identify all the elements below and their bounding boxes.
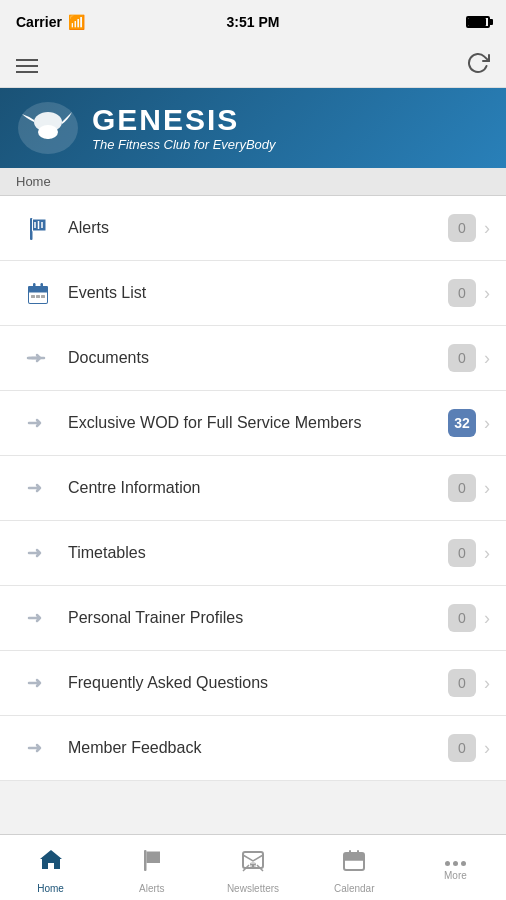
svg-rect-19 <box>144 850 147 871</box>
flag-icon <box>16 214 60 242</box>
faq-label: Frequently Asked Questions <box>60 673 448 694</box>
battery-area <box>466 16 490 28</box>
documents-label: Documents <box>60 348 448 369</box>
brand-name: GENESIS <box>92 105 276 135</box>
menu-list: Alerts 0 › Events List 0 › <box>0 196 506 781</box>
logo <box>16 100 80 156</box>
menu-item-alerts[interactable]: Alerts 0 › <box>0 196 506 261</box>
events-chevron: › <box>484 283 490 304</box>
wifi-icon: 📶 <box>68 14 85 30</box>
tab-more[interactable]: More <box>405 835 506 900</box>
carrier-wifi: Carrier 📶 <box>16 14 85 30</box>
wod-badge: 32 <box>448 409 476 437</box>
calendar-icon <box>16 279 60 307</box>
home-tab-label: Home <box>37 883 64 894</box>
svg-rect-11 <box>28 286 48 292</box>
time-display: 3:51 PM <box>227 14 280 30</box>
calendar-tab-label: Calendar <box>334 883 375 894</box>
tagline: The Fitness Club for EveryBody <box>92 137 276 152</box>
calendar-tab-icon <box>341 847 367 879</box>
svg-rect-12 <box>33 283 36 289</box>
menu-item-centre[interactable]: Centre Information 0 › <box>0 456 506 521</box>
events-badge: 0 <box>448 279 476 307</box>
tab-newsletters[interactable]: Newsletters <box>202 835 303 900</box>
newsletters-tab-label: Newsletters <box>227 883 279 894</box>
alerts-chevron: › <box>484 218 490 239</box>
svg-rect-15 <box>31 295 35 298</box>
svg-rect-13 <box>41 283 44 289</box>
timetables-icon <box>16 539 60 567</box>
alerts-tab-icon <box>139 847 165 879</box>
centre-icon <box>16 474 60 502</box>
header-banner: GENESIS The Fitness Club for EveryBody <box>0 88 506 168</box>
timetables-chevron: › <box>484 543 490 564</box>
wod-icon <box>16 409 60 437</box>
svg-rect-26 <box>349 850 351 855</box>
svg-rect-17 <box>41 295 45 298</box>
nav-bar <box>0 44 506 88</box>
menu-item-documents[interactable]: Documents 0 › <box>0 326 506 391</box>
documents-icon <box>16 344 60 372</box>
status-bar: Carrier 📶 3:51 PM <box>0 0 506 44</box>
trainers-chevron: › <box>484 608 490 629</box>
menu-item-feedback[interactable]: Member Feedback 0 › <box>0 716 506 781</box>
trainers-icon <box>16 604 60 632</box>
tab-home[interactable]: Home <box>0 835 101 900</box>
hamburger-menu[interactable] <box>16 59 38 73</box>
more-icon <box>445 861 466 866</box>
tab-bar: Home Alerts Newsletters <box>0 834 506 900</box>
newsletters-icon <box>240 847 266 879</box>
menu-item-faq[interactable]: Frequently Asked Questions 0 › <box>0 651 506 716</box>
centre-badge: 0 <box>448 474 476 502</box>
documents-chevron: › <box>484 348 490 369</box>
events-label: Events List <box>60 283 448 304</box>
trainers-label: Personal Trainer Profiles <box>60 608 448 629</box>
faq-badge: 0 <box>448 669 476 697</box>
alerts-label: Alerts <box>60 218 448 239</box>
timetables-badge: 0 <box>448 539 476 567</box>
centre-label: Centre Information <box>60 478 448 499</box>
faq-icon <box>16 669 60 697</box>
wod-chevron: › <box>484 413 490 434</box>
home-icon <box>38 847 64 879</box>
alerts-tab-label: Alerts <box>139 883 165 894</box>
centre-chevron: › <box>484 478 490 499</box>
timetables-label: Timetables <box>60 543 448 564</box>
svg-rect-16 <box>36 295 40 298</box>
header-text: GENESIS The Fitness Club for EveryBody <box>92 105 276 152</box>
more-tab-label: More <box>444 870 467 881</box>
feedback-badge: 0 <box>448 734 476 762</box>
refresh-icon[interactable] <box>466 51 490 81</box>
svg-rect-27 <box>357 850 359 855</box>
feedback-icon <box>16 734 60 762</box>
menu-item-trainers[interactable]: Personal Trainer Profiles 0 › <box>0 586 506 651</box>
carrier-label: Carrier <box>16 14 62 30</box>
wod-label: Exclusive WOD for Full Service Members <box>60 413 448 434</box>
documents-badge: 0 <box>448 344 476 372</box>
battery-icon <box>466 16 490 28</box>
menu-item-events[interactable]: Events List 0 › <box>0 261 506 326</box>
tab-calendar[interactable]: Calendar <box>304 835 405 900</box>
tab-alerts[interactable]: Alerts <box>101 835 202 900</box>
section-header: Home <box>0 168 506 196</box>
feedback-label: Member Feedback <box>60 738 448 759</box>
alerts-badge: 0 <box>448 214 476 242</box>
menu-item-timetables[interactable]: Timetables 0 › <box>0 521 506 586</box>
faq-chevron: › <box>484 673 490 694</box>
menu-item-wod[interactable]: Exclusive WOD for Full Service Members 3… <box>0 391 506 456</box>
feedback-chevron: › <box>484 738 490 759</box>
trainers-badge: 0 <box>448 604 476 632</box>
